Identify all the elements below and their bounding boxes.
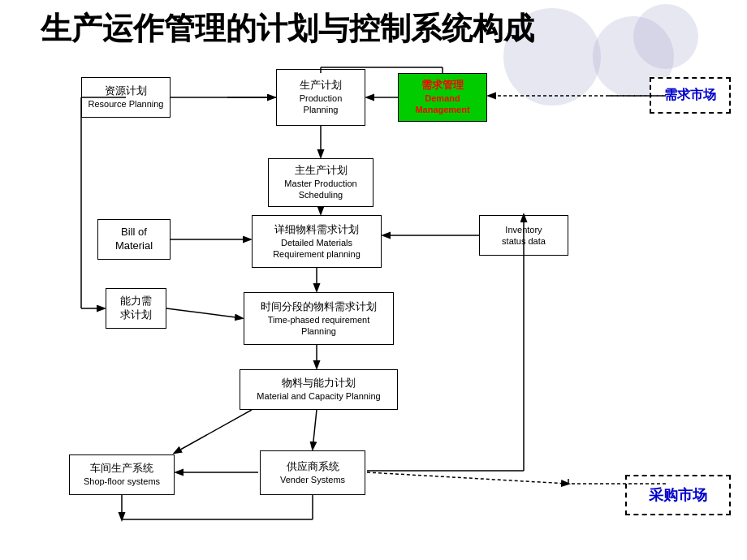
page-container: 生产运作管理的计划与控制系统构成 资源计划 Resource Planning … <box>0 0 747 560</box>
inventory-status-box: Inventorystatus data <box>479 215 568 256</box>
capability-plan-box: 能力需求计划 <box>106 288 166 329</box>
detailed-materials-box: 详细物料需求计划 Detailed MaterialsRequirement p… <box>252 215 382 268</box>
time-phased-box: 时间分段的物料需求计划 Time-phased requirementPlann… <box>244 292 394 345</box>
svg-line-9 <box>166 308 242 318</box>
bg-circle-3 <box>633 4 698 69</box>
material-capacity-box: 物料与能力计划 Material and Capacity Planning <box>240 369 398 410</box>
purchase-market-box: 采购市场 <box>625 475 731 515</box>
svg-line-14 <box>175 410 252 453</box>
production-planning-box: 生产计划 ProductionPlanning <box>276 69 365 126</box>
svg-line-15 <box>313 410 317 449</box>
svg-line-17 <box>367 472 568 484</box>
resource-planning-box: 资源计划 Resource Planning <box>81 77 171 118</box>
demand-market-box: 需求市场 <box>650 77 731 114</box>
shop-floor-box: 车间生产系统 Shop-floor systems <box>69 454 175 495</box>
master-production-box: 主生产计划 Master ProductionScheduling <box>268 158 374 207</box>
page-title: 生产运作管理的计划与控制系统构成 <box>41 8 534 50</box>
vender-systems-box: 供应商系统 Vender Systems <box>260 450 365 495</box>
bill-of-material-box: Bill ofMaterial <box>97 219 171 260</box>
demand-management-box: 需求管理 DemandManagement <box>398 73 487 122</box>
